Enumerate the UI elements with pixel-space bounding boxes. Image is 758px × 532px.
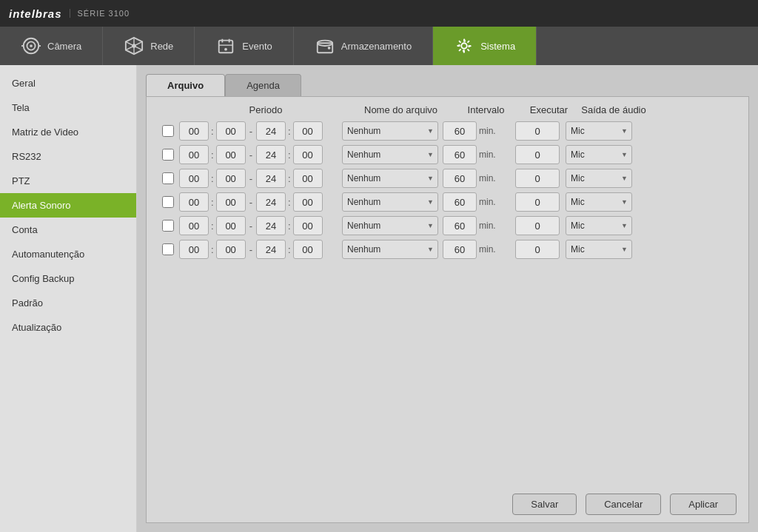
camera-icon (21, 36, 41, 56)
cancelar-button[interactable]: Cancelar (586, 494, 661, 515)
time-end-h-3[interactable] (256, 192, 286, 212)
nome-select-2[interactable]: Nenhum (342, 169, 438, 188)
time-block-0: : - : (179, 121, 342, 141)
sidebar-item-geral[interactable]: Geral (0, 71, 136, 95)
interval-block-0: min. (443, 121, 509, 141)
nome-select-4[interactable]: Nenhum (342, 216, 438, 235)
interval-input-3[interactable] (443, 192, 477, 212)
sidebar-item-padrao[interactable]: Padrão (0, 291, 136, 315)
saida-wrapper-5: Mic (566, 240, 632, 259)
saida-select-4[interactable]: Mic (566, 216, 632, 235)
row-checkbox-1[interactable] (162, 149, 174, 161)
salvar-button[interactable]: Salvar (512, 494, 577, 515)
time-start-h-1[interactable] (179, 145, 209, 164)
tabs: Arquivo Agenda (146, 74, 749, 96)
time-end-m-4[interactable] (293, 216, 323, 235)
row-checkbox-5[interactable] (162, 243, 174, 255)
time-end-h-0[interactable] (256, 121, 286, 141)
interval-block-4: min. (443, 216, 509, 235)
executar-input-1[interactable] (515, 145, 560, 164)
nav-bar: Câmera Rede Evento (0, 27, 758, 65)
time-start-m-3[interactable] (216, 192, 246, 212)
row-checkbox-2[interactable] (162, 172, 174, 184)
time-end-h-4[interactable] (256, 216, 286, 235)
time-end-h-5[interactable] (256, 240, 286, 259)
nome-select-5[interactable]: Nenhum (342, 240, 438, 259)
time-end-m-5[interactable] (293, 240, 323, 259)
row-checkbox-3[interactable] (162, 196, 174, 208)
table-area: Periodo Nome do arquivo Intervalo Execut… (146, 96, 749, 523)
time-end-m-3[interactable] (293, 192, 323, 212)
time-start-m-1[interactable] (216, 145, 246, 164)
time-end-m-2[interactable] (293, 169, 323, 188)
time-start-h-2[interactable] (179, 169, 209, 188)
time-start-h-0[interactable] (179, 121, 209, 141)
executar-input-3[interactable] (515, 192, 560, 212)
executar-input-5[interactable] (515, 240, 560, 259)
nome-select-1[interactable]: Nenhum (342, 145, 438, 164)
time-block-2: : - : (179, 169, 342, 188)
executar-input-0[interactable] (515, 121, 560, 141)
svg-point-17 (328, 47, 331, 50)
interval-input-1[interactable] (443, 145, 477, 164)
nav-evento-label: Evento (242, 41, 272, 52)
sidebar-item-tela[interactable]: Tela (0, 95, 136, 120)
nav-armazenamento[interactable]: Armazenamento (294, 27, 433, 65)
saida-wrapper-4: Mic (566, 216, 632, 235)
executar-input-2[interactable] (515, 169, 560, 188)
table-row: : - : Nenhum min. Mic (157, 145, 738, 164)
time-start-m-0[interactable] (216, 121, 246, 141)
nome-select-0[interactable]: Nenhum (342, 121, 438, 141)
nav-camera-label: Câmera (47, 41, 81, 52)
sidebar-item-config-backup[interactable]: Config Backup (0, 266, 136, 291)
interval-input-2[interactable] (443, 169, 477, 188)
nome-select-3[interactable]: Nenhum (342, 192, 438, 212)
row-checkbox-0[interactable] (162, 125, 174, 137)
time-end-h-1[interactable] (256, 145, 286, 164)
sidebar-item-rs232[interactable]: RS232 (0, 144, 136, 169)
saida-select-1[interactable]: Mic (566, 145, 632, 164)
aplicar-button[interactable]: Aplicar (670, 494, 737, 515)
time-end-m-1[interactable] (293, 145, 323, 164)
time-start-m-5[interactable] (216, 240, 246, 259)
sidebar-item-ptz[interactable]: PTZ (0, 169, 136, 193)
nav-camera[interactable]: Câmera (0, 27, 103, 65)
time-start-h-5[interactable] (179, 240, 209, 259)
svg-rect-10 (219, 41, 233, 53)
saida-select-2[interactable]: Mic (566, 169, 632, 188)
sidebar-item-matriz-video[interactable]: Matriz de Video (0, 120, 136, 144)
time-end-h-2[interactable] (256, 169, 286, 188)
saida-select-3[interactable]: Mic (566, 192, 632, 212)
time-start-m-2[interactable] (216, 169, 246, 188)
armazenamento-icon (315, 36, 335, 56)
time-start-h-3[interactable] (179, 192, 209, 212)
saida-wrapper-3: Mic (566, 192, 632, 212)
tab-agenda[interactable]: Agenda (225, 74, 301, 96)
sidebar-item-conta[interactable]: Conta (0, 218, 136, 242)
table-row: : - : Nenhum min. Mic (157, 216, 738, 235)
nav-evento[interactable]: Evento (195, 27, 293, 65)
interval-input-0[interactable] (443, 121, 477, 141)
time-block-5: : - : (179, 240, 342, 259)
time-end-m-0[interactable] (293, 121, 323, 141)
sidebar-item-alerta-sonoro[interactable]: Alerta Sonoro (0, 193, 136, 218)
sidebar-item-atualizacao[interactable]: Atualização (0, 315, 136, 340)
executar-input-4[interactable] (515, 216, 560, 235)
interval-input-4[interactable] (443, 216, 477, 235)
nome-select-wrapper-0: Nenhum (342, 121, 438, 141)
saida-select-0[interactable]: Mic (566, 121, 632, 141)
saida-select-5[interactable]: Mic (566, 240, 632, 259)
tab-arquivo[interactable]: Arquivo (146, 74, 225, 96)
nav-sistema[interactable]: Sistema (433, 27, 537, 65)
nav-rede[interactable]: Rede (103, 27, 195, 65)
row-checkbox-4[interactable] (162, 220, 174, 232)
col-intervalo-label: Intervalo (451, 104, 521, 115)
time-block-1: : - : (179, 145, 342, 164)
time-start-h-4[interactable] (179, 216, 209, 235)
time-start-m-4[interactable] (216, 216, 246, 235)
interval-input-5[interactable] (443, 240, 477, 259)
sidebar: Geral Tela Matriz de Video RS232 PTZ Ale… (0, 65, 137, 532)
saida-wrapper-2: Mic (566, 169, 632, 188)
nome-select-wrapper-1: Nenhum (342, 145, 438, 164)
sidebar-item-automanutencao[interactable]: Automanutenção (0, 242, 136, 266)
